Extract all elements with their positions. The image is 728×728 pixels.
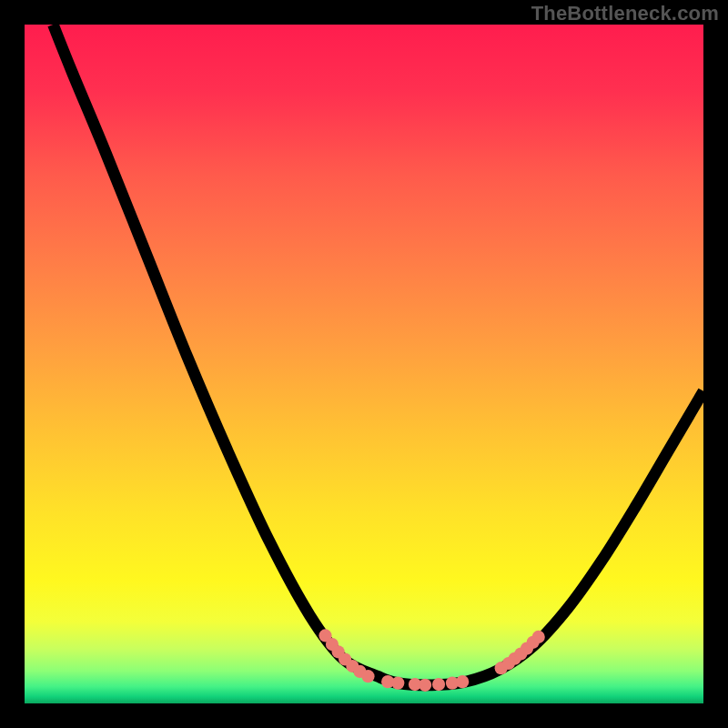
highlight-dot (419, 679, 431, 692)
highlight-dot (532, 631, 545, 643)
plot-area (25, 25, 703, 703)
highlight-dot (432, 678, 445, 691)
curve-layer (25, 25, 703, 703)
bottleneck-curve (53, 25, 703, 685)
chart-frame: TheBottleneck.com (0, 0, 728, 728)
highlight-dot (456, 675, 469, 688)
highlight-dot (361, 670, 374, 682)
highlight-dot (391, 677, 404, 690)
watermark-text: TheBottleneck.com (531, 2, 719, 25)
